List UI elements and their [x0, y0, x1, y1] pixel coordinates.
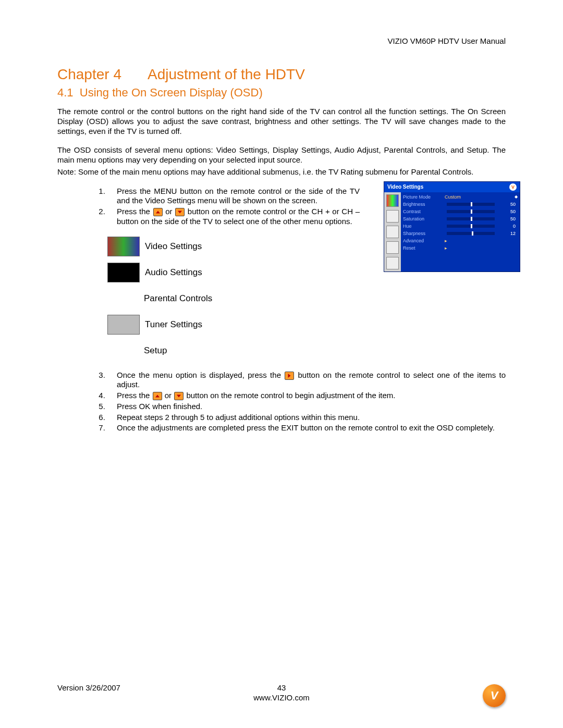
section-title: 4.1 Using the On Screen Display (OSD)	[57, 86, 506, 100]
osd-row: Reset▸	[403, 244, 518, 252]
chapter-name: Adjustment of the HDTV	[148, 66, 305, 82]
osd-row-label: Sharpness	[403, 231, 445, 236]
osd-row: Picture ModeCustom◆	[403, 193, 518, 201]
osd-row-label: Hue	[403, 224, 445, 229]
step-2-text-a: Press the	[117, 207, 153, 216]
osd-row-label: Contrast	[403, 209, 445, 214]
vizio-logo-icon: V	[483, 684, 506, 707]
osd-row-label: Reset	[403, 245, 445, 251]
osd-row: Saturation50	[403, 215, 518, 223]
osd-row: Advanced▸	[403, 237, 518, 244]
menu-item-tuner: Tuner Settings	[107, 314, 506, 335]
osd-row: Contrast50	[403, 208, 518, 215]
osd-slider	[447, 210, 495, 213]
antenna-icon	[386, 241, 399, 254]
footer-page-number: 43	[277, 683, 286, 692]
osd-screenshot: Video Settings V Picture ModeCustom◆Brig…	[384, 181, 520, 272]
osd-slider	[447, 217, 495, 220]
paragraph-note: Note: Some of the main menu options may …	[57, 167, 506, 177]
osd-row-value: 50	[497, 209, 518, 214]
down-arrow-icon	[174, 392, 183, 400]
paragraph-intro: The remote control or the control button…	[57, 107, 506, 136]
step-4: Press the or button on the remote contro…	[107, 391, 506, 401]
diamond-icon: ◆	[515, 194, 518, 199]
lock-icon	[386, 226, 399, 238]
menu-item-parental: Parental Controls	[107, 288, 506, 309]
chevron-right-icon: ▸	[445, 245, 447, 251]
vizio-logo-small-icon: V	[509, 183, 517, 191]
chapter-number: Chapter 4	[57, 66, 121, 83]
osd-sidebar-icons	[384, 192, 401, 272]
osd-settings-list: Picture ModeCustom◆Brightness50Contrast5…	[401, 192, 520, 272]
osd-row-value: 50	[497, 202, 518, 207]
wrench-icon	[386, 257, 399, 269]
osd-row-value: 12	[497, 231, 518, 236]
osd-row-label: Picture Mode	[403, 194, 445, 200]
osd-row: Hue0	[403, 223, 518, 230]
chevron-right-icon: ▸	[445, 238, 447, 243]
footer-version: Version 3/26/2007	[57, 683, 120, 692]
osd-slider	[447, 232, 495, 235]
steps-list-bottom: Once the menu option is displayed, press…	[57, 371, 506, 434]
osd-row-label: Brightness	[403, 202, 445, 207]
step-3-text-a: Once the menu option is displayed, press…	[117, 371, 284, 379]
menu-label-audio: Audio Settings	[145, 267, 202, 278]
menu-label-tuner: Tuner Settings	[145, 319, 202, 330]
menu-label-video: Video Settings	[145, 241, 202, 252]
step-3: Once the menu option is displayed, press…	[107, 371, 506, 390]
parental-controls-icon	[107, 289, 139, 308]
step-4-text-c: button on the remote control to begin ad…	[184, 391, 395, 400]
setup-icon	[107, 341, 139, 360]
section-name: Using the On Screen Display (OSD)	[80, 86, 263, 99]
paragraph-osd-desc: The OSD consists of several menu options…	[57, 145, 506, 165]
video-settings-icon	[107, 237, 140, 256]
step-6: Repeat steps 2 through 5 to adjust addit…	[107, 413, 506, 423]
section-number: 4.1	[57, 86, 74, 99]
osd-row-value: Custom	[445, 194, 515, 200]
step-7: Once the adjustments are completed press…	[107, 423, 506, 433]
osd-slider	[447, 203, 495, 206]
menu-item-setup: Setup	[107, 340, 506, 361]
osd-title: Video Settings	[387, 184, 423, 190]
osd-row-value: 50	[497, 216, 518, 221]
menu-label-parental: Parental Controls	[144, 293, 212, 304]
page-footer: Version 3/26/2007 43 . www.VIZIO.com	[57, 683, 506, 702]
tuner-settings-icon	[107, 315, 140, 335]
instructions-block: Video Settings V Picture ModeCustom◆Brig…	[57, 187, 506, 434]
audio-settings-icon	[107, 263, 140, 282]
up-arrow-icon	[153, 392, 162, 400]
footer-url: www.VIZIO.com	[57, 693, 506, 702]
step-5: Press OK when finished.	[107, 402, 506, 412]
chapter-title: Chapter 4Adjustment of the HDTV	[57, 66, 506, 83]
osd-row: Brightness50	[403, 201, 518, 208]
step-4-text-b: or	[163, 391, 174, 400]
menu-label-setup: Setup	[144, 346, 167, 356]
doc-header: VIZIO VM60P HDTV User Manual	[57, 36, 506, 45]
right-arrow-icon	[285, 372, 294, 380]
osd-row-value: 0	[497, 224, 518, 229]
osd-row-label: Saturation	[403, 216, 445, 221]
tv-icon	[386, 194, 399, 207]
down-arrow-icon	[175, 208, 185, 216]
osd-row-label: Advanced	[403, 238, 445, 243]
speaker-icon	[386, 210, 399, 223]
osd-row: Sharpness12	[403, 230, 518, 237]
step-2-text-b: or	[163, 207, 175, 216]
step-4-text-a: Press the	[117, 391, 152, 400]
up-arrow-icon	[153, 208, 163, 216]
osd-slider	[447, 225, 495, 228]
